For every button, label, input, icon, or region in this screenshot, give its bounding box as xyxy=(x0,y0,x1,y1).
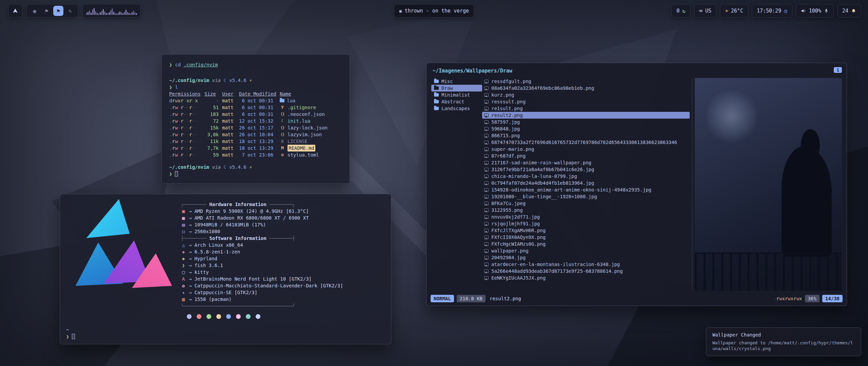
graph-bar xyxy=(133,11,134,15)
file-row[interactable]: rsjqojlmjhf91.jpg xyxy=(482,220,690,227)
workspace-button-2[interactable]: ⚑ xyxy=(41,6,52,16)
file-row[interactable]: nnvuv0xj2df71.jpg xyxy=(482,214,690,220)
image-file-icon xyxy=(484,127,489,131)
weather-icon: ☀ xyxy=(725,8,728,14)
notification-popup[interactable]: Wallpaper Changed Wallpaper changed to /… xyxy=(706,327,861,356)
json-icon: {} xyxy=(280,124,285,131)
json-icon: {} xyxy=(280,131,285,138)
image-file-icon xyxy=(484,208,489,212)
folder-icon xyxy=(434,86,439,90)
palette-dot xyxy=(197,314,201,319)
sidebar-folder-minimalist[interactable]: Minimalist xyxy=(431,92,482,98)
volume-module[interactable]: 100% xyxy=(796,4,834,18)
fetch-line-icon: △ xyxy=(181,242,186,248)
terminal-window[interactable]: ❯cd.config/nvim ~/.config/nvim via ☾ v5.… xyxy=(161,54,350,184)
sidebar-folder-landscapes[interactable]: Landscapes xyxy=(431,105,482,112)
workspace-button-4[interactable]: ✎ xyxy=(65,6,75,16)
fetch-line: ❖→Hyprland xyxy=(181,255,343,262)
folder-icon xyxy=(434,107,439,110)
file-row[interactable]: 154928-odinokoe_anime-art-anime-okno-sin… xyxy=(482,186,690,193)
media-player-module[interactable]: ◉ thrown - on the verge xyxy=(394,4,474,18)
file-row[interactable]: kurz.png xyxy=(482,92,690,98)
image-file-icon xyxy=(484,80,489,83)
sidebar-folder-abstract[interactable]: Abstract xyxy=(431,98,482,105)
file-row[interactable]: 87r687df.png xyxy=(482,152,690,159)
graph-bar xyxy=(92,9,93,15)
sidebar-folder-draw[interactable]: Draw xyxy=(431,85,482,92)
graph-bar xyxy=(119,12,120,15)
breadcrumb-path: ~/Imagenes/Wallpapers/Draw xyxy=(433,68,512,74)
tab-indicator[interactable]: 1 xyxy=(834,67,842,73)
fetch-prompt[interactable]: ~ ❯ xyxy=(66,326,75,340)
file-row[interactable]: atardecer-en-la-montanas-ilustracion-634… xyxy=(482,261,690,268)
workspace-button-3[interactable]: ⚑ xyxy=(53,6,63,16)
image-file-icon xyxy=(484,161,489,165)
fetch-line: ▢→kitty xyxy=(181,269,343,276)
file-row[interactable]: FXfcJlTXgAMvH6R.png xyxy=(482,227,690,234)
file-manager-window[interactable]: ~/Imagenes/Wallpapers/Draw 1 MiscDrawMin… xyxy=(426,63,847,306)
file-row[interactable]: 5a266e448add93deab367d87173e9f25-6837886… xyxy=(482,268,690,274)
fetch-line: A→JetBrainsMono Nerd Font Light 10 [GTK2… xyxy=(181,276,343,282)
file-row[interactable]: chica-mirando-la-luna-8799.jpg xyxy=(482,173,690,180)
sidebar-folder-misc[interactable]: Misc xyxy=(431,78,482,85)
file-row[interactable]: 3126f7e9bbf21a8a4af0b67b041c6e26.jpg xyxy=(482,166,690,173)
file-row[interactable]: 19201080-__blue-tinge__-1920×1080.jpg xyxy=(482,193,690,200)
notifications-module[interactable]: 24 xyxy=(837,4,861,18)
fetch-line: ▤→10948MiB / 64183MiB (17%) xyxy=(181,221,343,228)
file-row[interactable]: 866715.png xyxy=(482,132,690,139)
file-row[interactable]: result2.png xyxy=(482,112,690,119)
file-row[interactable]: 0c794faf07de24a4db4d4fb1eb813964.jpg xyxy=(482,180,690,186)
file-row[interactable]: ressdfgult.png xyxy=(482,78,690,85)
graph-bar xyxy=(125,10,126,15)
launcher-arrow-icon xyxy=(12,8,18,14)
clock-module[interactable]: 17:50:29 ◷ xyxy=(752,4,792,18)
file-row[interactable]: wallpaper.png xyxy=(482,247,690,254)
file-row[interactable]: 587597.jpg xyxy=(482,119,690,125)
color-palette xyxy=(187,314,343,319)
graph-bar xyxy=(89,11,90,15)
fetch-window[interactable]: ┌──────── Hardware Information ────────┐… xyxy=(60,194,391,344)
file-row[interactable]: 596848.jpg xyxy=(482,125,690,132)
workspace-button-1[interactable]: ◉ xyxy=(29,6,40,16)
software-header: ├──────── Software Information ────────┤ xyxy=(181,235,343,242)
file-row[interactable]: FXfcHgcWIAMzs0G.png xyxy=(482,241,690,247)
position-badge: 14/38 xyxy=(822,295,843,302)
file-row[interactable]: resssult.png xyxy=(482,98,690,105)
ls-rows: drwxr-xr-x-matt 6 oct 00:31lua.rw-r--r--… xyxy=(169,97,342,158)
fetch-line: ▦→AMD ATI Radeon RX 6800/6800 XT / 6900 … xyxy=(181,215,343,221)
file-row[interactable]: 3122955.png xyxy=(482,207,690,214)
image-file-icon xyxy=(484,229,489,232)
file-row[interactable]: 8FKa7Cu.jpeg xyxy=(482,200,690,207)
graph-bar xyxy=(86,13,87,15)
graph-bar xyxy=(127,12,128,15)
clock-icon: ◷ xyxy=(784,8,787,14)
file-row[interactable]: 08a634fa02a32364f69ebc86a98eb1eb.png xyxy=(482,85,690,92)
terminal-prompt[interactable]: ❯ xyxy=(169,170,342,177)
fetch-line-icon: ✦ xyxy=(181,289,186,296)
file-row[interactable]: EeNKYgIUcAAJ5JX.png xyxy=(482,274,690,281)
file-row[interactable]: re1sult.png xyxy=(482,105,690,112)
fetch-line: ✦→Catppuccin-SE [GTK2/3] xyxy=(181,289,343,296)
clock-time: 17:50:29 xyxy=(757,8,781,14)
graph-bar xyxy=(118,13,119,15)
file-row[interactable]: 217167-sad-anime-rain-wallpaper.png xyxy=(482,159,690,166)
file-row[interactable]: 68747470733a2f2f696d616765732d7769786d70… xyxy=(482,139,690,146)
weather-module[interactable]: ☀ 26°C xyxy=(720,4,748,18)
graph-bar xyxy=(132,12,132,15)
sw-lines: △→Arch Linux x86_64◈→6.5.8-zen1-1-zen❖→H… xyxy=(181,242,343,303)
graph-bar xyxy=(91,13,91,15)
file-permissions: -rwxrwxrwx xyxy=(773,296,802,301)
palette-dot xyxy=(206,314,211,319)
keyboard-layout-module[interactable]: ⌨ US xyxy=(694,4,716,18)
file-row[interactable]: FXfcII0X0AQyn9X.png xyxy=(482,234,690,241)
fetch-line: ▣→AMD Ryzen 9 5900X (24) @ 4.9GHz [61.3°… xyxy=(181,208,343,215)
app-launcher-button[interactable] xyxy=(8,4,22,18)
microphone-icon xyxy=(824,8,829,13)
bell-icon xyxy=(851,8,856,14)
folder-icon xyxy=(434,93,439,97)
file-row[interactable]: super-mario.png xyxy=(482,146,690,152)
keyboard-layout: US xyxy=(705,8,711,14)
graph-bar xyxy=(103,9,103,15)
updates-module[interactable]: 0 ↻ xyxy=(671,4,691,18)
file-row[interactable]: 20492984.jpg xyxy=(482,254,690,261)
